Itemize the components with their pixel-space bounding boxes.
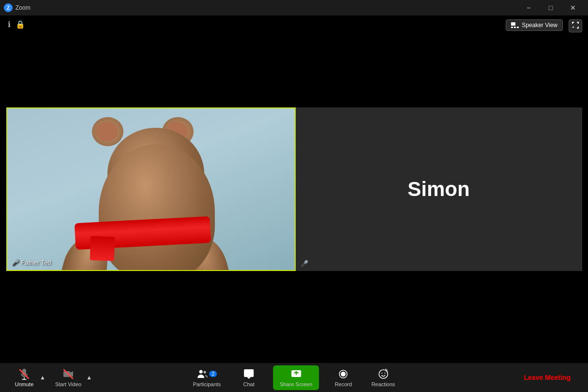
unmute-label: Unmute: [15, 381, 34, 387]
svg-rect-4: [514, 27, 516, 28]
info-icon[interactable]: ℹ: [8, 20, 11, 29]
unmute-caret-button[interactable]: ▲: [39, 374, 46, 381]
start-video-button[interactable]: Start Video: [51, 366, 85, 389]
record-icon: [337, 368, 349, 380]
chat-icon: [243, 368, 255, 380]
unmute-button[interactable]: Unmute: [10, 366, 39, 389]
svg-point-10: [204, 371, 206, 373]
maximize-button[interactable]: □: [540, 0, 562, 15]
security-bar: ℹ 🔒: [0, 15, 588, 33]
toolbar-center: 2 Participants Chat Share Screen: [189, 365, 399, 390]
video-muted-icon: [62, 368, 74, 380]
svg-rect-5: [517, 27, 519, 28]
share-screen-button[interactable]: Share Screen: [273, 365, 319, 390]
svg-text:Z: Z: [7, 5, 10, 11]
reactions-label: Reactions: [371, 381, 395, 387]
app-title: Zoom: [15, 4, 30, 11]
svg-point-14: [379, 370, 388, 378]
participant-tile-simon: Simon 🎤: [296, 107, 582, 271]
title-bar: Z Zoom − □ ✕: [0, 0, 588, 15]
svg-point-13: [341, 372, 346, 377]
participants-count: 2: [210, 371, 217, 377]
title-bar-left: Z Zoom: [4, 3, 30, 12]
svg-point-9: [199, 370, 203, 373]
reactions-button[interactable]: Reactions: [367, 366, 399, 389]
zoom-logo-icon: Z: [4, 3, 13, 12]
participants-icon: [197, 368, 209, 380]
teddy-bear-video: [7, 108, 295, 270]
chat-button[interactable]: Chat: [234, 366, 263, 389]
start-video-label: Start Video: [55, 381, 81, 387]
leave-meeting-button[interactable]: Leave Meeting: [516, 370, 578, 385]
record-button[interactable]: Record: [329, 366, 358, 389]
speaker-view-button[interactable]: Speaker View: [506, 19, 563, 31]
close-button[interactable]: ✕: [562, 0, 584, 15]
father-ted-mute-icon: 🎤: [12, 259, 19, 266]
participants-icon-wrapper: 2: [197, 368, 217, 380]
svg-rect-3: [511, 27, 513, 28]
simon-mute-icon: 🎤: [301, 260, 308, 267]
fullscreen-icon: [572, 22, 579, 29]
toolbar-right: Leave Meeting: [516, 370, 578, 385]
lock-icon[interactable]: 🔒: [15, 20, 25, 29]
chat-label: Chat: [243, 381, 255, 387]
minimize-button[interactable]: −: [517, 0, 540, 15]
participants-label: Participants: [193, 381, 221, 387]
father-ted-label: 🎤 Father Ted: [12, 259, 51, 266]
reactions-icon: [377, 368, 389, 380]
svg-rect-2: [511, 22, 515, 26]
simon-name: Simon: [407, 178, 469, 201]
father-ted-name: Father Ted: [21, 259, 51, 266]
fullscreen-button[interactable]: [569, 19, 582, 32]
bear-ear-inner-left: [96, 122, 118, 141]
svg-point-15: [381, 373, 382, 374]
microphone-muted-icon: [18, 368, 30, 380]
speaker-view-label: Speaker View: [522, 22, 558, 29]
start-video-caret-button[interactable]: ▲: [85, 374, 93, 381]
video-grid: 🎤 Father Ted Simon 🎤: [6, 107, 582, 271]
svg-point-16: [384, 373, 385, 374]
toolbar-left: Unmute ▲ Start Video ▲: [10, 366, 93, 389]
toolbar: Unmute ▲ Start Video ▲ 2: [0, 363, 588, 392]
share-screen-label: Share Screen: [280, 381, 312, 387]
share-screen-icon: [290, 368, 302, 380]
window-controls: − □ ✕: [517, 0, 584, 15]
main-video-area: 🎤 Father Ted Simon 🎤: [0, 15, 588, 363]
participant-tile-father-ted: 🎤 Father Ted: [6, 107, 296, 271]
record-label: Record: [335, 381, 352, 387]
participants-button[interactable]: 2 Participants: [189, 366, 225, 389]
speaker-view-icon: [511, 22, 519, 28]
